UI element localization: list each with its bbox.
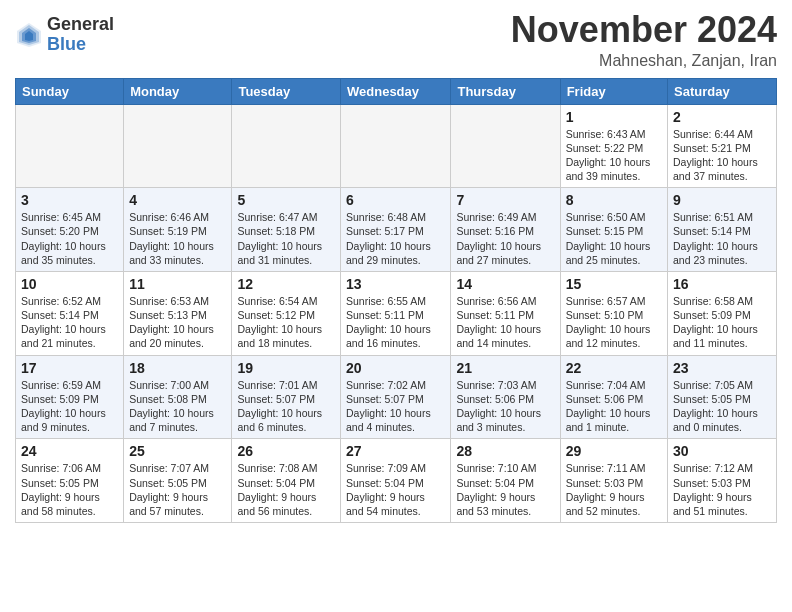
day-number: 11 [129, 276, 226, 292]
calendar-cell [451, 104, 560, 188]
calendar-cell [341, 104, 451, 188]
calendar-week-row: 17Sunrise: 6:59 AM Sunset: 5:09 PM Dayli… [16, 355, 777, 439]
day-info: Sunrise: 7:05 AM Sunset: 5:05 PM Dayligh… [673, 378, 771, 435]
day-number: 3 [21, 192, 118, 208]
weekday-header-friday: Friday [560, 78, 667, 104]
logo-blue-text: Blue [47, 35, 114, 55]
day-number: 23 [673, 360, 771, 376]
day-number: 30 [673, 443, 771, 459]
weekday-header-tuesday: Tuesday [232, 78, 341, 104]
day-info: Sunrise: 7:12 AM Sunset: 5:03 PM Dayligh… [673, 461, 771, 518]
day-number: 24 [21, 443, 118, 459]
calendar-cell: 27Sunrise: 7:09 AM Sunset: 5:04 PM Dayli… [341, 439, 451, 523]
weekday-header-row: SundayMondayTuesdayWednesdayThursdayFrid… [16, 78, 777, 104]
logo-text: General Blue [47, 15, 114, 55]
day-number: 26 [237, 443, 335, 459]
day-info: Sunrise: 7:03 AM Sunset: 5:06 PM Dayligh… [456, 378, 554, 435]
day-number: 16 [673, 276, 771, 292]
calendar-cell: 18Sunrise: 7:00 AM Sunset: 5:08 PM Dayli… [124, 355, 232, 439]
day-number: 5 [237, 192, 335, 208]
day-info: Sunrise: 6:50 AM Sunset: 5:15 PM Dayligh… [566, 210, 662, 267]
day-info: Sunrise: 6:44 AM Sunset: 5:21 PM Dayligh… [673, 127, 771, 184]
calendar-cell: 26Sunrise: 7:08 AM Sunset: 5:04 PM Dayli… [232, 439, 341, 523]
day-number: 28 [456, 443, 554, 459]
calendar-cell: 23Sunrise: 7:05 AM Sunset: 5:05 PM Dayli… [668, 355, 777, 439]
day-number: 4 [129, 192, 226, 208]
calendar-cell: 12Sunrise: 6:54 AM Sunset: 5:12 PM Dayli… [232, 271, 341, 355]
calendar-cell: 1Sunrise: 6:43 AM Sunset: 5:22 PM Daylig… [560, 104, 667, 188]
day-info: Sunrise: 6:54 AM Sunset: 5:12 PM Dayligh… [237, 294, 335, 351]
calendar-table: SundayMondayTuesdayWednesdayThursdayFrid… [15, 78, 777, 523]
calendar-cell: 25Sunrise: 7:07 AM Sunset: 5:05 PM Dayli… [124, 439, 232, 523]
logo-icon [15, 21, 43, 49]
header: General Blue November 2024 Mahneshan, Za… [15, 10, 777, 70]
day-number: 8 [566, 192, 662, 208]
location: Mahneshan, Zanjan, Iran [511, 52, 777, 70]
calendar-cell: 17Sunrise: 6:59 AM Sunset: 5:09 PM Dayli… [16, 355, 124, 439]
day-info: Sunrise: 6:49 AM Sunset: 5:16 PM Dayligh… [456, 210, 554, 267]
title-block: November 2024 Mahneshan, Zanjan, Iran [511, 10, 777, 70]
day-info: Sunrise: 6:57 AM Sunset: 5:10 PM Dayligh… [566, 294, 662, 351]
calendar-cell: 22Sunrise: 7:04 AM Sunset: 5:06 PM Dayli… [560, 355, 667, 439]
weekday-header-sunday: Sunday [16, 78, 124, 104]
day-info: Sunrise: 7:01 AM Sunset: 5:07 PM Dayligh… [237, 378, 335, 435]
day-info: Sunrise: 6:46 AM Sunset: 5:19 PM Dayligh… [129, 210, 226, 267]
day-info: Sunrise: 6:55 AM Sunset: 5:11 PM Dayligh… [346, 294, 445, 351]
calendar-cell: 13Sunrise: 6:55 AM Sunset: 5:11 PM Dayli… [341, 271, 451, 355]
day-number: 29 [566, 443, 662, 459]
calendar-cell: 19Sunrise: 7:01 AM Sunset: 5:07 PM Dayli… [232, 355, 341, 439]
day-number: 14 [456, 276, 554, 292]
calendar-cell: 30Sunrise: 7:12 AM Sunset: 5:03 PM Dayli… [668, 439, 777, 523]
day-info: Sunrise: 6:43 AM Sunset: 5:22 PM Dayligh… [566, 127, 662, 184]
day-number: 21 [456, 360, 554, 376]
day-info: Sunrise: 6:48 AM Sunset: 5:17 PM Dayligh… [346, 210, 445, 267]
day-number: 2 [673, 109, 771, 125]
day-number: 15 [566, 276, 662, 292]
day-number: 27 [346, 443, 445, 459]
weekday-header-wednesday: Wednesday [341, 78, 451, 104]
calendar-week-row: 1Sunrise: 6:43 AM Sunset: 5:22 PM Daylig… [16, 104, 777, 188]
calendar-cell [16, 104, 124, 188]
calendar-cell: 15Sunrise: 6:57 AM Sunset: 5:10 PM Dayli… [560, 271, 667, 355]
calendar-cell: 20Sunrise: 7:02 AM Sunset: 5:07 PM Dayli… [341, 355, 451, 439]
calendar-week-row: 3Sunrise: 6:45 AM Sunset: 5:20 PM Daylig… [16, 188, 777, 272]
calendar-cell: 9Sunrise: 6:51 AM Sunset: 5:14 PM Daylig… [668, 188, 777, 272]
calendar-cell: 10Sunrise: 6:52 AM Sunset: 5:14 PM Dayli… [16, 271, 124, 355]
day-info: Sunrise: 7:04 AM Sunset: 5:06 PM Dayligh… [566, 378, 662, 435]
day-info: Sunrise: 7:00 AM Sunset: 5:08 PM Dayligh… [129, 378, 226, 435]
day-number: 9 [673, 192, 771, 208]
calendar-cell: 4Sunrise: 6:46 AM Sunset: 5:19 PM Daylig… [124, 188, 232, 272]
day-info: Sunrise: 6:51 AM Sunset: 5:14 PM Dayligh… [673, 210, 771, 267]
day-number: 6 [346, 192, 445, 208]
day-info: Sunrise: 6:56 AM Sunset: 5:11 PM Dayligh… [456, 294, 554, 351]
calendar-cell [124, 104, 232, 188]
logo-general-text: General [47, 15, 114, 35]
day-number: 12 [237, 276, 335, 292]
day-number: 22 [566, 360, 662, 376]
day-number: 19 [237, 360, 335, 376]
day-number: 17 [21, 360, 118, 376]
calendar-cell: 2Sunrise: 6:44 AM Sunset: 5:21 PM Daylig… [668, 104, 777, 188]
calendar-cell: 6Sunrise: 6:48 AM Sunset: 5:17 PM Daylig… [341, 188, 451, 272]
day-info: Sunrise: 6:52 AM Sunset: 5:14 PM Dayligh… [21, 294, 118, 351]
day-info: Sunrise: 7:09 AM Sunset: 5:04 PM Dayligh… [346, 461, 445, 518]
day-info: Sunrise: 7:10 AM Sunset: 5:04 PM Dayligh… [456, 461, 554, 518]
calendar-cell: 5Sunrise: 6:47 AM Sunset: 5:18 PM Daylig… [232, 188, 341, 272]
weekday-header-monday: Monday [124, 78, 232, 104]
page: General Blue November 2024 Mahneshan, Za… [0, 0, 792, 538]
calendar-cell: 29Sunrise: 7:11 AM Sunset: 5:03 PM Dayli… [560, 439, 667, 523]
day-number: 10 [21, 276, 118, 292]
calendar-cell: 21Sunrise: 7:03 AM Sunset: 5:06 PM Dayli… [451, 355, 560, 439]
calendar-cell: 3Sunrise: 6:45 AM Sunset: 5:20 PM Daylig… [16, 188, 124, 272]
day-info: Sunrise: 6:45 AM Sunset: 5:20 PM Dayligh… [21, 210, 118, 267]
day-info: Sunrise: 6:47 AM Sunset: 5:18 PM Dayligh… [237, 210, 335, 267]
day-number: 13 [346, 276, 445, 292]
day-info: Sunrise: 7:02 AM Sunset: 5:07 PM Dayligh… [346, 378, 445, 435]
calendar-cell: 14Sunrise: 6:56 AM Sunset: 5:11 PM Dayli… [451, 271, 560, 355]
day-number: 18 [129, 360, 226, 376]
day-info: Sunrise: 7:11 AM Sunset: 5:03 PM Dayligh… [566, 461, 662, 518]
day-info: Sunrise: 6:58 AM Sunset: 5:09 PM Dayligh… [673, 294, 771, 351]
day-info: Sunrise: 7:07 AM Sunset: 5:05 PM Dayligh… [129, 461, 226, 518]
day-number: 1 [566, 109, 662, 125]
logo: General Blue [15, 15, 114, 55]
